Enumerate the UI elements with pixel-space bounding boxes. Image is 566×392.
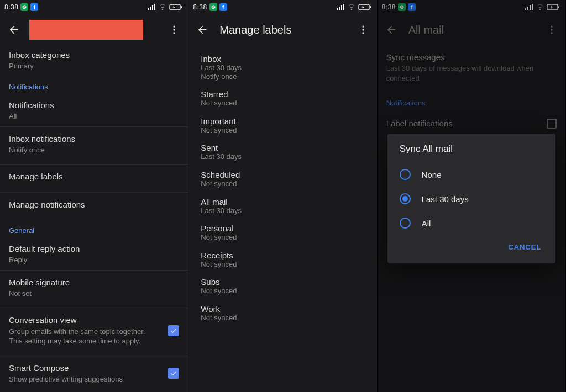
label-sync-status: Last 30 days — [201, 63, 364, 72]
label-notify-status: Notify once — [201, 72, 364, 81]
svg-rect-1 — [181, 6, 182, 8]
label-item[interactable]: WorkNot synced — [188, 300, 376, 327]
page-title: Manage labels — [219, 24, 345, 36]
item-title: Label notifications — [386, 118, 536, 129]
section-general: General — [0, 218, 188, 239]
app-bar — [0, 14, 188, 45]
smart-compose-item[interactable]: Smart Compose Show predictive writing su… — [0, 356, 188, 391]
dialog-title: Sync All mail — [400, 144, 543, 155]
manage-labels-item[interactable]: Manage labels — [0, 165, 188, 189]
radio-label: None — [422, 170, 442, 179]
label-item[interactable]: StarredNot synced — [188, 85, 376, 112]
svg-rect-0 — [170, 4, 180, 10]
item-title: Default reply action — [9, 243, 179, 255]
svg-point-9 — [362, 32, 364, 34]
signal-icon — [525, 4, 533, 10]
svg-rect-11 — [558, 6, 559, 8]
wifi-icon — [158, 4, 167, 10]
sync-messages-item[interactable]: Sync messages Last 30 days of messages w… — [378, 45, 565, 90]
svg-point-2 — [174, 26, 175, 28]
checkbox-unchecked-icon[interactable] — [547, 119, 557, 129]
overflow-menu-button[interactable] — [165, 20, 184, 39]
inbox-notifications-item[interactable]: Inbox notifications Notify once — [0, 127, 188, 162]
cancel-button[interactable]: CANCEL — [506, 239, 543, 256]
label-sync-status: Last 30 days — [201, 152, 364, 161]
mobile-signature-item[interactable]: Mobile signature Not set — [0, 271, 188, 306]
notif-app-icon: ⚙ — [20, 3, 28, 11]
sync-dialog: Sync All mail NoneLast 30 daysAll CANCEL — [387, 134, 555, 263]
item-sub: Not set — [9, 289, 179, 299]
screen-account-settings: 8:38 ⚙ f Inbox categories Primary Notifi… — [0, 0, 188, 392]
item-title: Manage notifications — [9, 199, 179, 210]
label-name: Inbox — [201, 54, 364, 63]
label-item[interactable]: SentLast 30 days — [188, 139, 376, 166]
label-sync-status: Not synced — [201, 233, 364, 242]
radio-option[interactable]: None — [400, 162, 543, 187]
back-button[interactable] — [382, 20, 401, 39]
conversation-view-item[interactable]: Conversation view Group emails with the … — [0, 308, 188, 353]
label-sync-status: Not synced — [201, 126, 364, 135]
notif-facebook-icon: f — [219, 3, 227, 11]
settings-list[interactable]: Inbox categories Primary Notifications N… — [0, 45, 188, 392]
notif-facebook-icon: f — [30, 3, 38, 11]
status-time: 8:38 — [382, 3, 396, 11]
radio-option[interactable]: All — [400, 211, 543, 235]
label-sync-status: Not synced — [201, 287, 364, 295]
radio-unselected-icon — [400, 169, 411, 180]
svg-rect-5 — [359, 4, 369, 10]
label-item[interactable]: SubsNot synced — [188, 273, 376, 300]
signal-icon — [336, 4, 345, 10]
label-item[interactable]: All mailLast 30 days — [188, 193, 376, 220]
label-name: Receipts — [201, 251, 364, 260]
default-reply-item[interactable]: Default reply action Reply — [0, 239, 188, 268]
overflow-menu-button[interactable] — [354, 20, 373, 39]
radio-label: Last 30 days — [422, 194, 469, 204]
back-button[interactable] — [193, 20, 212, 39]
item-sub: Last 30 days of messages will download w… — [386, 63, 557, 83]
label-item[interactable]: InboxLast 30 daysNotify once — [188, 50, 376, 85]
label-item[interactable]: ImportantNot synced — [188, 112, 376, 139]
item-sub: Notify once — [9, 145, 179, 155]
app-bar: All mail — [378, 14, 565, 45]
back-button[interactable] — [4, 20, 23, 39]
notifications-item[interactable]: Notifications All — [0, 96, 188, 124]
checkbox-checked-icon[interactable] — [168, 325, 179, 336]
manage-notifications-item[interactable]: Manage notifications — [0, 193, 188, 218]
screen-manage-labels: 8:38 ⚙ f Manage labels InboxLast 30 days… — [188, 0, 377, 392]
label-name: Sent — [201, 143, 364, 152]
label-notifications-item[interactable]: Label notifications — [378, 112, 565, 136]
item-title: Smart Compose — [9, 363, 158, 374]
label-item[interactable]: PersonalNot synced — [188, 219, 376, 246]
account-email-redacted — [29, 20, 143, 40]
status-bar: 8:38 ⚙ f — [378, 0, 565, 14]
section-notifications: Notifications — [378, 90, 565, 112]
inbox-categories-item[interactable]: Inbox categories Primary — [0, 45, 188, 74]
svg-point-7 — [362, 26, 364, 28]
label-name: Personal — [201, 224, 364, 233]
label-item[interactable]: ScheduledNot synced — [188, 166, 376, 193]
battery-icon — [547, 4, 560, 10]
status-time: 8:38 — [193, 3, 207, 11]
radio-option[interactable]: Last 30 days — [400, 187, 543, 211]
item-title: Inbox notifications — [9, 134, 179, 145]
status-time: 8:38 — [4, 3, 18, 11]
svg-point-12 — [551, 26, 552, 28]
checkbox-checked-icon[interactable] — [168, 368, 179, 379]
screen-all-mail: 8:38 ⚙ f All mail Sync messages Last 30 … — [378, 0, 566, 392]
radio-selected-icon — [400, 193, 411, 204]
wifi-icon — [536, 4, 544, 10]
section-notifications: Notifications — [0, 74, 188, 96]
page-title: All mail — [408, 24, 534, 36]
label-list[interactable]: InboxLast 30 daysNotify onceStarredNot s… — [188, 45, 376, 392]
label-item[interactable]: ReceiptsNot synced — [188, 246, 376, 273]
label-name: Starred — [201, 89, 364, 99]
radio-unselected-icon — [400, 218, 411, 229]
signal-icon — [147, 4, 156, 10]
svg-rect-10 — [547, 4, 558, 10]
notif-facebook-icon: f — [408, 3, 416, 11]
overflow-menu-button[interactable] — [542, 20, 561, 39]
item-title: Notifications — [9, 100, 179, 111]
label-sync-status: Not synced — [201, 179, 364, 188]
item-title: Sync messages — [386, 52, 557, 63]
label-sync-status: Not synced — [201, 260, 364, 269]
